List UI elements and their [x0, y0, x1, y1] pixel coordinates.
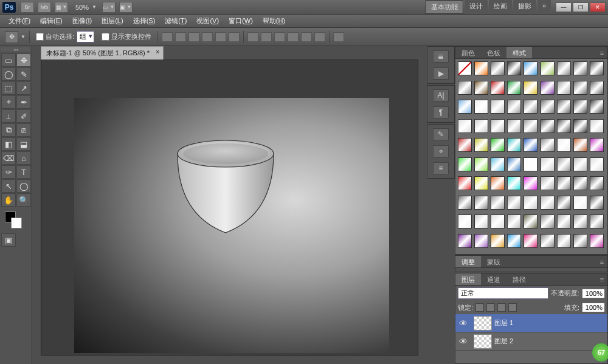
style-swatch[interactable]: [557, 196, 571, 210]
align-icon[interactable]: [202, 32, 213, 42]
layer-item[interactable]: 👁 图层 1: [455, 314, 607, 332]
tool-15[interactable]: ⌂: [16, 151, 31, 165]
style-swatch[interactable]: [557, 61, 571, 75]
style-swatch[interactable]: [458, 138, 472, 152]
style-swatch[interactable]: [541, 176, 554, 190]
blend-mode-select[interactable]: 正常: [458, 287, 548, 299]
style-swatch[interactable]: [474, 119, 488, 133]
style-swatch[interactable]: [474, 157, 488, 171]
layer-thumb[interactable]: [474, 334, 492, 349]
style-swatch[interactable]: [474, 215, 488, 228]
canvas-viewport[interactable]: [41, 60, 418, 355]
tool-2[interactable]: ◯: [1, 67, 16, 81]
style-swatch[interactable]: [573, 215, 587, 228]
style-swatch[interactable]: [507, 157, 521, 171]
auto-select-checkbox[interactable]: 自动选择:: [36, 32, 74, 41]
screen-mode-button[interactable]: ▭▼: [102, 2, 116, 13]
actions-icon[interactable]: ▶: [433, 67, 449, 80]
style-swatch[interactable]: [474, 61, 488, 75]
style-swatch[interactable]: [491, 157, 505, 171]
styles-grid[interactable]: [455, 59, 607, 254]
style-swatch[interactable]: [541, 119, 554, 133]
menu-s[interactable]: 选择(S): [128, 15, 161, 27]
tab-adjust[interactable]: 调整: [455, 256, 481, 267]
lock-pos-icon[interactable]: [497, 303, 506, 312]
style-swatch[interactable]: [523, 215, 537, 228]
style-swatch[interactable]: [590, 100, 604, 114]
style-swatch[interactable]: [541, 81, 554, 95]
style-swatch[interactable]: [573, 157, 587, 171]
document-tab[interactable]: 未标题-1 @ 50% (图层 1, RGB/8) *×: [41, 46, 164, 60]
layer-thumb[interactable]: [474, 316, 492, 331]
style-swatch[interactable]: [573, 119, 587, 133]
dist-icon[interactable]: [314, 32, 325, 42]
dist-icon[interactable]: [247, 32, 258, 42]
history-icon[interactable]: ≣: [433, 50, 449, 63]
tool-16[interactable]: ✑: [1, 165, 16, 179]
tab-swatches[interactable]: 色板: [481, 47, 506, 58]
menu-h[interactable]: 帮助(H): [258, 15, 290, 27]
tool-12[interactable]: ◧: [1, 137, 16, 151]
color-swatches[interactable]: [1, 210, 30, 231]
menu-f[interactable]: 文件(F): [4, 15, 35, 27]
opacity-input[interactable]: 100%: [582, 289, 605, 298]
tool-9[interactable]: ✐: [16, 109, 31, 123]
style-swatch[interactable]: [458, 215, 472, 228]
notification-badge[interactable]: 67: [592, 343, 608, 362]
style-swatch[interactable]: [507, 138, 521, 152]
style-swatch[interactable]: [474, 176, 488, 190]
visibility-icon[interactable]: 👁: [455, 318, 471, 328]
style-swatch[interactable]: [541, 138, 554, 152]
visibility-icon[interactable]: 👁: [455, 337, 471, 346]
style-swatch[interactable]: [474, 234, 488, 248]
tab-layers[interactable]: 图层: [455, 273, 481, 285]
layer-list[interactable]: 👁 图层 1 👁 图层 2: [455, 314, 607, 363]
style-swatch[interactable]: [491, 61, 505, 75]
style-swatch[interactable]: [573, 81, 587, 95]
workspace-tab-design[interactable]: 设计: [465, 0, 488, 14]
style-swatch[interactable]: [590, 196, 604, 210]
restore-button[interactable]: ❐: [573, 2, 589, 12]
style-swatch[interactable]: [590, 81, 604, 95]
style-swatch[interactable]: [557, 119, 571, 133]
tool-13[interactable]: ⬓: [16, 137, 31, 151]
style-swatch[interactable]: [523, 138, 537, 152]
background-swatch[interactable]: [11, 218, 22, 228]
para-icon[interactable]: ¶: [433, 106, 449, 118]
tool-19[interactable]: ◯: [16, 179, 31, 193]
style-swatch[interactable]: [557, 176, 571, 190]
style-swatch[interactable]: [557, 138, 571, 152]
tool-3[interactable]: ✎: [16, 67, 31, 81]
align-icon[interactable]: [215, 32, 226, 42]
workspace-more[interactable]: »: [537, 0, 551, 14]
style-swatch[interactable]: [590, 138, 604, 152]
style-swatch[interactable]: [491, 81, 505, 95]
style-swatch[interactable]: [541, 215, 554, 228]
tool-14[interactable]: ⌫: [1, 151, 16, 165]
close-button[interactable]: ✕: [590, 2, 606, 12]
tool-11[interactable]: ⎚: [16, 123, 31, 137]
dist-icon[interactable]: [301, 32, 312, 42]
style-swatch[interactable]: [507, 100, 521, 114]
layer-name[interactable]: 图层 2: [494, 337, 513, 346]
tool-21[interactable]: 🔍: [16, 193, 31, 207]
style-swatch[interactable]: [541, 61, 554, 75]
style-swatch[interactable]: [507, 81, 521, 95]
style-swatch[interactable]: [458, 100, 472, 114]
style-swatch[interactable]: [523, 81, 537, 95]
style-swatch[interactable]: [491, 100, 505, 114]
style-swatch[interactable]: [458, 157, 472, 171]
menu-w[interactable]: 窗口(W): [224, 15, 258, 27]
style-swatch[interactable]: [590, 157, 604, 171]
style-swatch[interactable]: [507, 234, 521, 248]
workspace-tab-essentials[interactable]: 基本功能: [426, 0, 463, 14]
minimize-button[interactable]: ―: [556, 2, 572, 12]
style-swatch[interactable]: [541, 100, 554, 114]
tool-1[interactable]: ✥: [16, 53, 31, 67]
style-swatch[interactable]: [590, 119, 604, 133]
tool-10[interactable]: ⧉: [1, 123, 16, 137]
panel-menu-icon[interactable]: ≡: [596, 256, 607, 267]
align-icon[interactable]: [175, 32, 186, 42]
lock-all-icon[interactable]: [508, 303, 517, 312]
tab-paths[interactable]: 路径: [506, 273, 532, 285]
